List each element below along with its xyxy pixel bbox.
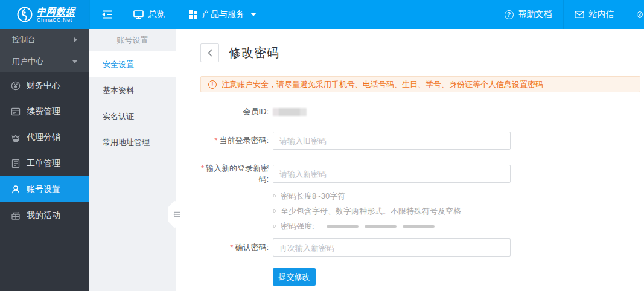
warning-text: 注意账户安全，请尽量避免采用手机号、电话号码、生日、学号、身份证等个人信息设置密… <box>222 79 543 90</box>
topbar: 中网数据 ChinaCC.Net 总览 产品与服务 ? 帮助文档 <box>0 0 644 29</box>
password-strength-meter <box>327 225 435 228</box>
sidebar-item-label: 我的活动 <box>27 210 60 221</box>
ticket-document-icon <box>11 159 21 168</box>
page-layout: 控制台 用户中心 财务中心 续费管理 <box>0 29 644 291</box>
new-password-label: *输入新的登录新密码: <box>200 163 269 185</box>
change-password-form: 会员ID: *当前登录密码: *输入新的登录新密码: 密码长度8~30字符 至少… <box>200 106 644 286</box>
nav-products-label: 产品与服务 <box>202 9 244 20</box>
subnav-item-security-settings[interactable]: 安全设置 <box>89 51 176 77</box>
account-person-icon <box>11 185 21 194</box>
sidebar-item-label: 代理分销 <box>27 132 60 143</box>
agent-crown-icon <box>11 133 21 142</box>
strength-bar <box>365 225 397 228</box>
subnav-item-realname-auth[interactable]: 实名认证 <box>89 103 176 129</box>
sidebar-top-section: 控制台 用户中心 <box>0 29 89 72</box>
member-id-label: 会员ID: <box>200 106 269 117</box>
password-strength-row: 密码强度: <box>273 219 644 234</box>
member-id-value-redacted <box>273 108 307 116</box>
member-id-row: 会员ID: <box>200 106 644 118</box>
nav-item-site-messages[interactable]: 站内信 <box>563 0 625 29</box>
collapse-panel-icon <box>173 211 180 217</box>
coin-icon <box>633 10 644 19</box>
current-password-input[interactable] <box>273 132 511 150</box>
main-content: 修改密码 ! 注意账户安全，请尽量避免采用手机号、电话号码、生日、学号、身份证等… <box>176 29 644 291</box>
logo-title: 中网数据 <box>37 6 75 17</box>
password-hint-length: 密码长度8~30字符 <box>273 188 644 203</box>
logo[interactable]: 中网数据 ChinaCC.Net <box>0 0 89 29</box>
logo-text: 中网数据 ChinaCC.Net <box>37 6 75 23</box>
console-label: 控制台 <box>12 34 36 45</box>
collapse-sidebar-icon <box>101 10 113 19</box>
nav-help-label: 帮助文档 <box>518 9 552 20</box>
nav-item-help-docs[interactable]: ? 帮助文档 <box>493 0 563 29</box>
bullet-icon <box>273 194 276 197</box>
help-icon: ? <box>505 10 514 19</box>
dropdown-caret-icon <box>250 13 257 16</box>
password-strength-label: 密码强度: <box>281 221 314 232</box>
bullet-icon <box>273 225 276 228</box>
sidebar-item-finance[interactable]: 财务中心 <box>0 72 89 98</box>
sidebar-item-user-center[interactable]: 用户中心 <box>0 51 89 72</box>
hint-text: 密码长度8~30字符 <box>281 191 345 202</box>
sidebar-item-console[interactable]: 控制台 <box>0 29 89 51</box>
secondary-sidebar: 账号设置 安全设置 基本资料 实名认证 常用地址管理 <box>89 29 176 291</box>
logo-emblem-icon <box>17 7 33 22</box>
renewal-card-icon <box>11 107 21 117</box>
finance-yen-circle-icon <box>11 81 21 91</box>
submit-button[interactable]: 提交修改 <box>273 268 316 286</box>
nav-overview-label: 总览 <box>148 9 165 20</box>
nav-messages-label: 站内信 <box>589 9 614 20</box>
bullet-icon <box>273 209 276 213</box>
new-password-row: *输入新的登录新密码: <box>200 163 644 185</box>
back-button[interactable] <box>200 43 219 62</box>
sidebar-item-label: 续费管理 <box>27 106 60 117</box>
sidebar: 控制台 用户中心 财务中心 续费管理 <box>0 29 89 291</box>
password-hint-composition: 至少包含字母、数字两种形式。不限特殊符号及空格 <box>273 203 644 219</box>
subnav-item-address-management[interactable]: 常用地址管理 <box>89 129 176 155</box>
password-hints: 密码长度8~30字符 至少包含字母、数字两种形式。不限特殊符号及空格 密码强度: <box>273 188 644 234</box>
sidebar-item-tickets[interactable]: 工单管理 <box>0 150 89 176</box>
chevron-down-icon <box>72 60 77 63</box>
required-asterisk: * <box>230 243 233 252</box>
confirm-password-row: *确认密码: <box>200 238 644 257</box>
sidebar-item-label: 工单管理 <box>27 158 60 169</box>
collapse-sidebar-button[interactable] <box>89 0 124 29</box>
warning-icon: ! <box>208 80 217 89</box>
back-icon <box>208 49 212 57</box>
nav-item-products[interactable]: 产品与服务 <box>174 0 271 29</box>
logo-subtitle: ChinaCC.Net <box>37 17 75 23</box>
sidebar-item-renewal[interactable]: 续费管理 <box>0 98 89 124</box>
required-asterisk: * <box>201 164 204 173</box>
user-center-label: 用户中心 <box>12 56 43 67</box>
current-password-label: *当前登录密码: <box>200 135 269 146</box>
strength-bar <box>327 225 359 228</box>
nav-item-overview[interactable]: 总览 <box>124 0 174 29</box>
strength-bar <box>403 225 435 228</box>
sidebar-item-agent[interactable]: 代理分销 <box>0 124 89 150</box>
mail-icon <box>575 11 584 18</box>
current-password-row: *当前登录密码: <box>200 132 644 150</box>
sidebar-item-label: 账号设置 <box>27 184 60 195</box>
activity-gift-icon <box>11 211 21 220</box>
products-icon <box>189 10 197 19</box>
secondary-sidebar-title: 账号设置 <box>89 29 176 51</box>
sidebar-item-activities[interactable]: 我的活动 <box>0 202 89 228</box>
hint-text: 至少包含字母、数字两种形式。不限特殊符号及空格 <box>281 206 461 217</box>
sidebar-item-account-settings[interactable]: 账号设置 <box>0 176 89 202</box>
required-asterisk: * <box>214 136 217 145</box>
panel-collapse-handle[interactable] <box>168 201 183 228</box>
topbar-spacer <box>271 0 493 29</box>
confirm-password-label: *确认密码: <box>200 242 269 253</box>
chevron-right-icon <box>74 37 77 42</box>
sidebar-item-label: 财务中心 <box>27 80 60 91</box>
confirm-password-input[interactable] <box>273 238 511 257</box>
sidebar-menu: 财务中心 续费管理 代理分销 <box>0 72 89 228</box>
new-password-input[interactable] <box>273 165 511 183</box>
subnav-item-basic-info[interactable]: 基本资料 <box>89 77 176 103</box>
page-title: 修改密码 <box>229 45 279 61</box>
page-header: 修改密码 <box>200 43 644 62</box>
security-warning-banner: ! 注意账户安全，请尽量避免采用手机号、电话号码、生日、学号、身份证等个人信息设… <box>200 76 640 92</box>
submit-row: 提交修改 <box>200 268 644 286</box>
overview-icon <box>133 10 144 19</box>
nav-item-cost-center[interactable] <box>625 0 644 29</box>
